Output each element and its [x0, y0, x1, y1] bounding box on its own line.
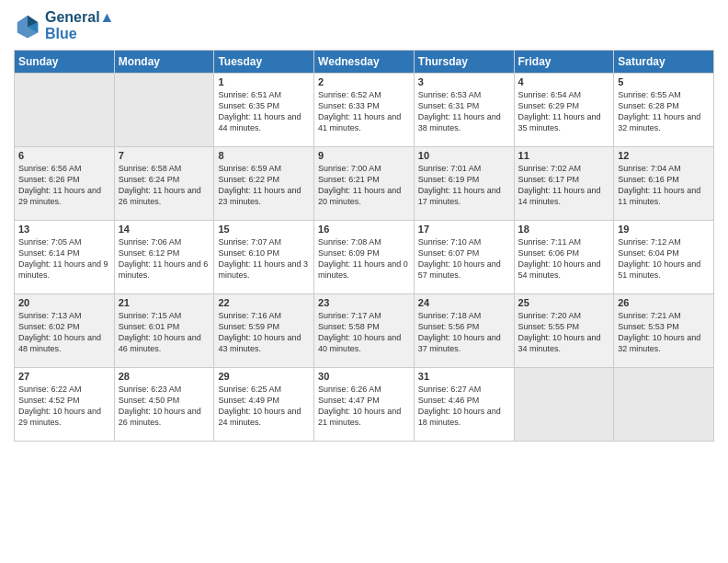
day-number: 13 — [18, 224, 110, 235]
calendar-cell — [15, 74, 115, 147]
week-row-3: 13Sunrise: 7:05 AMSunset: 6:14 PMDayligh… — [15, 221, 714, 294]
calendar-cell: 5Sunrise: 6:55 AMSunset: 6:28 PMDaylight… — [614, 74, 714, 147]
week-row-5: 27Sunrise: 6:22 AMSunset: 4:52 PMDayligh… — [15, 368, 714, 442]
cell-content: Sunrise: 7:15 AMSunset: 6:01 PMDaylight:… — [119, 310, 210, 355]
day-number: 3 — [418, 76, 510, 87]
cell-content: Sunrise: 7:07 AMSunset: 6:10 PMDaylight:… — [218, 236, 310, 282]
cell-content: Sunrise: 7:11 AMSunset: 6:06 PMDaylight:… — [518, 236, 610, 282]
logo-text: General▲ Blue — [45, 9, 114, 42]
calendar-cell: 6Sunrise: 6:56 AMSunset: 6:26 PMDaylight… — [15, 147, 115, 221]
day-number: 24 — [418, 297, 510, 308]
day-number: 17 — [418, 224, 510, 235]
calendar-cell: 10Sunrise: 7:01 AMSunset: 6:19 PMDayligh… — [414, 147, 514, 221]
calendar-cell: 24Sunrise: 7:18 AMSunset: 5:56 PMDayligh… — [414, 294, 514, 368]
calendar-cell: 31Sunrise: 6:27 AMSunset: 4:46 PMDayligh… — [414, 368, 514, 442]
cell-content: Sunrise: 7:02 AMSunset: 6:17 PMDaylight:… — [518, 163, 610, 208]
col-friday: Friday — [514, 51, 614, 74]
week-row-2: 6Sunrise: 6:56 AMSunset: 6:26 PMDaylight… — [15, 147, 714, 221]
cell-content: Sunrise: 6:22 AMSunset: 4:52 PMDaylight:… — [18, 384, 110, 429]
calendar-cell: 3Sunrise: 6:53 AMSunset: 6:31 PMDaylight… — [414, 74, 514, 147]
cell-content: Sunrise: 7:20 AMSunset: 5:55 PMDaylight:… — [518, 310, 610, 355]
cell-content: Sunrise: 7:01 AMSunset: 6:19 PMDaylight:… — [418, 163, 510, 208]
cell-content: Sunrise: 7:18 AMSunset: 5:56 PMDaylight:… — [418, 310, 510, 355]
cell-content: Sunrise: 7:10 AMSunset: 6:07 PMDaylight:… — [418, 236, 510, 282]
day-number: 22 — [218, 297, 310, 308]
day-number: 5 — [618, 76, 710, 87]
day-number: 15 — [218, 224, 310, 235]
logo-icon — [14, 12, 41, 40]
cell-content: Sunrise: 6:59 AMSunset: 6:22 PMDaylight:… — [218, 163, 310, 208]
cell-content: Sunrise: 6:58 AMSunset: 6:24 PMDaylight:… — [119, 163, 210, 208]
cell-content: Sunrise: 6:25 AMSunset: 4:49 PMDaylight:… — [218, 384, 310, 429]
calendar-cell: 22Sunrise: 7:16 AMSunset: 5:59 PMDayligh… — [214, 294, 314, 368]
day-number: 28 — [119, 371, 210, 382]
day-number: 8 — [218, 150, 310, 161]
calendar-cell: 13Sunrise: 7:05 AMSunset: 6:14 PMDayligh… — [15, 221, 115, 294]
calendar-cell: 14Sunrise: 7:06 AMSunset: 6:12 PMDayligh… — [114, 221, 214, 294]
day-number: 31 — [418, 371, 510, 382]
day-number: 7 — [119, 150, 210, 161]
day-number: 18 — [518, 224, 610, 235]
calendar-cell: 11Sunrise: 7:02 AMSunset: 6:17 PMDayligh… — [514, 147, 614, 221]
day-number: 2 — [318, 76, 410, 87]
day-number: 9 — [318, 150, 410, 161]
cell-content: Sunrise: 7:04 AMSunset: 6:16 PMDaylight:… — [618, 163, 710, 208]
col-thursday: Thursday — [414, 51, 514, 74]
day-number: 1 — [218, 76, 310, 87]
day-number: 16 — [318, 224, 410, 235]
cell-content: Sunrise: 6:53 AMSunset: 6:31 PMDaylight:… — [418, 89, 510, 134]
cell-content: Sunrise: 7:13 AMSunset: 6:02 PMDaylight:… — [18, 310, 110, 355]
day-number: 11 — [518, 150, 610, 161]
calendar-cell: 20Sunrise: 7:13 AMSunset: 6:02 PMDayligh… — [15, 294, 115, 368]
page: General▲ Blue Sunday Monday Tuesday Wedn… — [0, 0, 728, 563]
day-number: 23 — [318, 297, 410, 308]
week-row-4: 20Sunrise: 7:13 AMSunset: 6:02 PMDayligh… — [15, 294, 714, 368]
cell-content: Sunrise: 7:05 AMSunset: 6:14 PMDaylight:… — [18, 236, 110, 282]
cell-content: Sunrise: 7:12 AMSunset: 6:04 PMDaylight:… — [618, 236, 710, 282]
cell-content: Sunrise: 6:51 AMSunset: 6:35 PMDaylight:… — [218, 89, 310, 134]
cell-content: Sunrise: 6:27 AMSunset: 4:46 PMDaylight:… — [418, 384, 510, 429]
cell-content: Sunrise: 6:56 AMSunset: 6:26 PMDaylight:… — [18, 163, 110, 208]
week-row-1: 1Sunrise: 6:51 AMSunset: 6:35 PMDaylight… — [15, 74, 714, 147]
cell-content: Sunrise: 7:21 AMSunset: 5:53 PMDaylight:… — [618, 310, 710, 355]
calendar-cell: 7Sunrise: 6:58 AMSunset: 6:24 PMDaylight… — [114, 147, 214, 221]
calendar-cell: 28Sunrise: 6:23 AMSunset: 4:50 PMDayligh… — [114, 368, 214, 442]
calendar-cell — [614, 368, 714, 442]
calendar-cell: 15Sunrise: 7:07 AMSunset: 6:10 PMDayligh… — [214, 221, 314, 294]
calendar-cell: 2Sunrise: 6:52 AMSunset: 6:33 PMDaylight… — [314, 74, 415, 147]
day-number: 21 — [119, 297, 210, 308]
calendar-cell: 19Sunrise: 7:12 AMSunset: 6:04 PMDayligh… — [614, 221, 714, 294]
cell-content: Sunrise: 6:26 AMSunset: 4:47 PMDaylight:… — [318, 384, 410, 429]
cell-content: Sunrise: 6:55 AMSunset: 6:28 PMDaylight:… — [618, 89, 710, 134]
day-number: 29 — [218, 371, 310, 382]
day-number: 30 — [318, 371, 410, 382]
logo: General▲ Blue — [14, 9, 114, 42]
day-number: 10 — [418, 150, 510, 161]
cell-content: Sunrise: 7:00 AMSunset: 6:21 PMDaylight:… — [318, 163, 410, 208]
calendar-cell: 25Sunrise: 7:20 AMSunset: 5:55 PMDayligh… — [514, 294, 614, 368]
cell-content: Sunrise: 6:52 AMSunset: 6:33 PMDaylight:… — [318, 89, 410, 134]
col-monday: Monday — [114, 51, 214, 74]
calendar-cell — [114, 74, 214, 147]
col-saturday: Saturday — [614, 51, 714, 74]
cell-content: Sunrise: 6:54 AMSunset: 6:29 PMDaylight:… — [518, 89, 610, 134]
calendar-cell: 23Sunrise: 7:17 AMSunset: 5:58 PMDayligh… — [314, 294, 415, 368]
calendar-cell: 4Sunrise: 6:54 AMSunset: 6:29 PMDaylight… — [514, 74, 614, 147]
calendar-cell: 8Sunrise: 6:59 AMSunset: 6:22 PMDaylight… — [214, 147, 314, 221]
calendar-cell: 9Sunrise: 7:00 AMSunset: 6:21 PMDaylight… — [314, 147, 415, 221]
day-number: 4 — [518, 76, 610, 87]
header-row: Sunday Monday Tuesday Wednesday Thursday… — [15, 51, 714, 74]
calendar-cell: 30Sunrise: 6:26 AMSunset: 4:47 PMDayligh… — [314, 368, 415, 442]
calendar-cell: 12Sunrise: 7:04 AMSunset: 6:16 PMDayligh… — [614, 147, 714, 221]
cell-content: Sunrise: 7:06 AMSunset: 6:12 PMDaylight:… — [119, 236, 210, 282]
header: General▲ Blue — [14, 9, 714, 42]
col-sunday: Sunday — [15, 51, 115, 74]
calendar-cell: 29Sunrise: 6:25 AMSunset: 4:49 PMDayligh… — [214, 368, 314, 442]
col-wednesday: Wednesday — [314, 51, 415, 74]
calendar-cell: 17Sunrise: 7:10 AMSunset: 6:07 PMDayligh… — [414, 221, 514, 294]
day-number: 12 — [618, 150, 710, 161]
calendar-cell: 26Sunrise: 7:21 AMSunset: 5:53 PMDayligh… — [614, 294, 714, 368]
cell-content: Sunrise: 6:23 AMSunset: 4:50 PMDaylight:… — [119, 384, 210, 429]
calendar-cell: 16Sunrise: 7:08 AMSunset: 6:09 PMDayligh… — [314, 221, 415, 294]
cell-content: Sunrise: 7:17 AMSunset: 5:58 PMDaylight:… — [318, 310, 410, 355]
